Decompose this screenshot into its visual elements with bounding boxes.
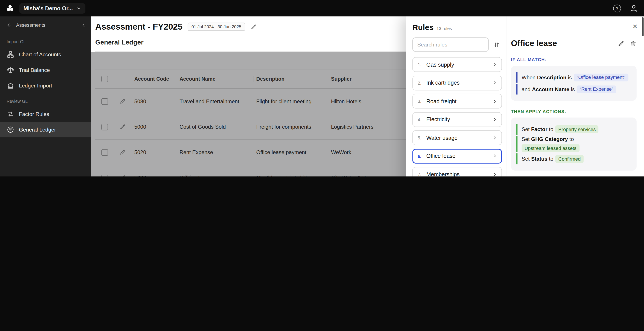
rule-detail-header: Office lease [511, 17, 637, 48]
main-content: Assessment - FY2025 01 Jul 2024 - 30 Jun… [91, 17, 406, 176]
rule-name: Gas supply [426, 61, 454, 68]
rule-number: 7. [418, 172, 425, 177]
conditions-box: When Description is “Office lease paymen… [511, 66, 637, 101]
rule-name: Memberships [426, 171, 460, 176]
rule-card[interactable]: 7. Memberships [412, 167, 502, 176]
page-title: Assessment - FY2025 [95, 22, 182, 32]
back-label: Assessments [16, 22, 45, 28]
vertical-scrollbar-thumb[interactable] [642, 17, 644, 36]
sidebar-item-general-ledger[interactable]: General Ledger [0, 122, 91, 137]
rules-panel-title: Rules [412, 23, 434, 32]
help-icon[interactable]: ? [613, 5, 621, 12]
sidebar-item-label: Factor Rules [19, 111, 49, 117]
sidebar-item-label: Ledger Import [19, 82, 52, 89]
rules-count: 13 rules [436, 26, 452, 31]
chevron-right-icon [492, 135, 497, 140]
section-title: General Ledger [95, 39, 144, 46]
chevron-right-icon [492, 80, 497, 86]
app-logo-icon [6, 4, 14, 13]
rule-name: Road freight [426, 98, 456, 104]
sidebar-item-ledger-import[interactable]: Ledger Import [0, 78, 91, 93]
search-rules-input[interactable] [412, 38, 489, 52]
action-row: Set GHG Category to Upstream leased asse… [516, 136, 631, 152]
scales-icon [6, 66, 14, 74]
sidebar-collapse-icon[interactable] [81, 22, 86, 28]
org-name: Misha's Demo Or... [24, 5, 73, 11]
sidebar: Assessments Import GL Chart of Accounts … [0, 17, 91, 176]
rule-card[interactable]: 6. Office lease [412, 149, 502, 164]
condition-value-chip: “Office lease payment” [574, 74, 628, 81]
action-text: Set GHG Category to [522, 136, 574, 142]
rule-number: 3. [418, 99, 425, 104]
rule-card[interactable]: 1. Gas supply [412, 57, 502, 72]
sidebar-item-label: General Ledger [19, 127, 56, 133]
arrow-left-icon [6, 22, 12, 28]
user-account-icon[interactable] [629, 4, 638, 13]
rule-number: 2. [418, 81, 425, 86]
top-bar: Misha's Demo Or... ? [0, 0, 644, 17]
action-row: Set Factor to Property services [516, 124, 631, 135]
rule-card[interactable]: 4. Electricity [412, 112, 502, 127]
action-value-chip: Upstream leased assets [522, 144, 580, 152]
rule-detail-actions [618, 40, 636, 47]
sidebar-item-trial-balance[interactable]: Trial Balance [0, 62, 91, 78]
action-text: Set Status to [522, 156, 553, 162]
chevron-right-icon [492, 153, 497, 158]
condition-row: and Account Name is “Rent Expense” [516, 84, 631, 95]
action-row: Set Status to Confirmed [516, 153, 631, 164]
chevron-right-icon [492, 172, 497, 177]
sort-rules-icon[interactable] [491, 39, 502, 50]
edit-assessment-icon[interactable] [250, 24, 256, 30]
assessment-header: Assessment - FY2025 01 Jul 2024 - 30 Jun… [95, 22, 256, 32]
then-apply-actions-label: THEN APPLY ACTIONS: [511, 109, 637, 114]
sidebar-section-import-gl: Import GL [0, 34, 91, 47]
sidebar-item-factor-rules[interactable]: Factor Rules [0, 106, 91, 122]
rule-name: Office lease [426, 153, 456, 159]
condition-text: When Description is [522, 74, 572, 80]
chevron-right-icon [492, 62, 497, 67]
app-root: Misha's Demo Or... ? Assessments Import … [0, 0, 644, 176]
rule-card[interactable]: 3. Road freight [412, 94, 502, 109]
rules-list: 1. Gas supply 2. Ink cartridges [412, 57, 502, 177]
rules-panel-header: Rules 13 rules [412, 17, 502, 32]
action-text: Set Factor to [522, 126, 553, 132]
rules-panel: × Rules 13 rules 1. Gas supply [406, 17, 644, 176]
sidebar-section-review-gl: Review GL [0, 93, 91, 106]
rule-number: 5. [418, 135, 425, 140]
date-range-badge: 01 Jul 2024 - 30 Jun 2025 [188, 23, 245, 31]
chevron-right-icon [492, 98, 497, 104]
rule-detail-title: Office lease [511, 39, 557, 48]
rule-number: 6. [418, 153, 425, 158]
chevron-right-icon [492, 117, 497, 122]
condition-text: and Account Name is [522, 86, 575, 92]
rule-number: 4. [418, 117, 425, 122]
action-value-chip: Property services [556, 125, 599, 133]
rules-icon [6, 110, 14, 118]
help-glyph: ? [616, 6, 618, 11]
overlay-scrim [91, 52, 406, 176]
rule-name: Ink cartridges [426, 80, 460, 86]
action-value-chip: Confirmed [556, 155, 584, 163]
rule-card[interactable]: 2. Ink cartridges [412, 75, 502, 90]
rule-name: Water usage [426, 135, 458, 141]
delete-rule-icon[interactable] [630, 40, 636, 47]
back-to-assessments[interactable]: Assessments [0, 17, 91, 34]
actions-box: Set Factor to Property services Set GHG … [511, 118, 637, 171]
general-ledger-icon [6, 126, 14, 134]
bank-icon [6, 82, 14, 89]
sidebar-item-chart-of-accounts[interactable]: Chart of Accounts [0, 47, 91, 62]
org-switcher[interactable]: Misha's Demo Or... [19, 3, 86, 13]
edit-rule-icon[interactable] [618, 40, 624, 47]
sidebar-item-label: Chart of Accounts [19, 51, 61, 57]
org-chart-icon [6, 51, 14, 58]
rule-detail-column: Office lease IF ALL MATCH: When Descript… [511, 17, 637, 176]
panel-divider [506, 17, 506, 176]
condition-value-chip: “Rent Expense” [577, 85, 616, 93]
condition-row: When Description is “Office lease paymen… [516, 72, 631, 83]
rules-list-column: Rules 13 rules 1. Gas supply [412, 17, 502, 176]
rules-search-row [412, 38, 502, 52]
rule-number: 1. [418, 62, 425, 67]
sidebar-item-label: Trial Balance [19, 67, 50, 73]
rule-name: Electricity [426, 116, 450, 123]
rule-card[interactable]: 5. Water usage [412, 130, 502, 145]
